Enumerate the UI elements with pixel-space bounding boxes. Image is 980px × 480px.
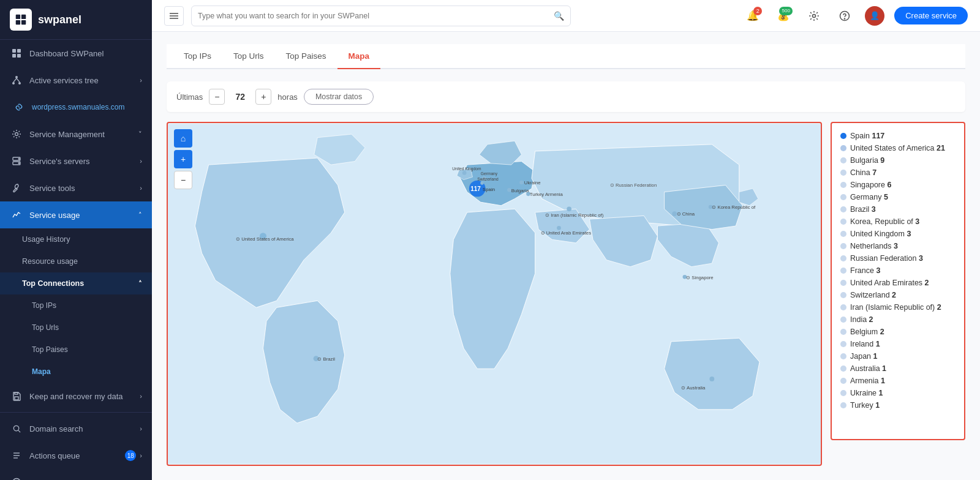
coins-button[interactable]: 💰 500 [773, 6, 794, 26]
map-legend-row: ⌂ + − [167, 122, 965, 466]
notification-badge: 2 [753, 7, 762, 15]
chevron-icon: ˅ [138, 130, 142, 138]
svg-text:Spain: Spain [483, 187, 495, 192]
sidebar-item-dashboard[interactable]: Dashboard SWPanel [0, 40, 152, 67]
filter-unit: horas [277, 92, 298, 102]
tab-top-paises[interactable]: Top Paises [275, 44, 337, 69]
legend-item: United Arab Emirates 2 [840, 279, 956, 287]
filter-label: Últimas [176, 92, 203, 102]
sidebar-item-label: Keep and recover my data [29, 392, 123, 401]
svg-text:⊙ Australia: ⊙ Australia [681, 385, 706, 391]
legend-box: Spain 117United States of America 21Bulg… [831, 122, 965, 440]
map-home-button[interactable]: ⌂ [174, 129, 192, 148]
svg-point-30 [813, 14, 816, 17]
svg-text:Germany: Germany [481, 171, 498, 176]
legend-item: Iran (Islamic Republic of) 2 [840, 303, 956, 312]
sidebar-item-active-services-tree[interactable]: Active services tree › [0, 67, 152, 94]
map-zoom-in-button[interactable]: + [174, 150, 192, 168]
legend-item: Spain 117 [840, 132, 956, 140]
sidebar: swpanel Dashboard SWPanel Active service… [0, 0, 152, 480]
chevron-icon: › [140, 77, 142, 84]
svg-text:⊙ Russian Federation: ⊙ Russian Federation [610, 182, 657, 188]
sidebar-item-domain[interactable]: wordpress.swmanuales.com [0, 94, 152, 121]
search-icon: 🔍 [554, 11, 564, 21]
sidebar-item-top-urls[interactable]: Top Urls [0, 317, 152, 339]
svg-rect-19 [15, 392, 18, 394]
svg-point-9 [12, 82, 15, 84]
search-bar[interactable]: 🔍 [191, 6, 571, 26]
sidebar-item-service-management[interactable]: Service Management ˅ [0, 121, 152, 148]
sidebar-item-service-usage[interactable]: Service usage ˄ [0, 201, 152, 228]
sidebar-item-label: Active services tree [29, 76, 99, 85]
sidebar-item-label: Top IPs [32, 301, 56, 310]
svg-text:United Kingdom: United Kingdom [452, 167, 481, 171]
tab-top-ips[interactable]: Top IPs [173, 44, 222, 69]
svg-text:⊙ Korea Republic of: ⊙ Korea Republic of [712, 204, 756, 210]
tab-top-urls[interactable]: Top Urls [222, 44, 275, 69]
avatar[interactable]: 👤 [865, 6, 884, 26]
legend-items: Spain 117United States of America 21Bulg… [840, 132, 956, 410]
sidebar-item-mapa[interactable]: Mapa [0, 361, 152, 383]
settings-icon [10, 127, 23, 141]
svg-text:⊙ United Arab Emirates: ⊙ United Arab Emirates [541, 230, 592, 236]
map-container: ⌂ + − [167, 122, 822, 466]
sidebar-item-top-ips[interactable]: Top IPs [0, 294, 152, 317]
svg-point-42 [462, 171, 467, 175]
sidebar-toggle-button[interactable] [164, 6, 184, 26]
filter-increment-button[interactable]: + [255, 89, 271, 105]
sidebar-item-top-connections[interactable]: Top Connections ˄ [0, 272, 152, 294]
sidebar-item-top-paises[interactable]: Top Paises [0, 339, 152, 361]
chevron-icon: › [140, 392, 142, 400]
create-service-button[interactable]: Create service [894, 7, 968, 24]
legend-item: United Kingdom 3 [840, 230, 956, 238]
legend-item: Japan 1 [840, 352, 956, 361]
svg-text:Turkey Armenia: Turkey Armenia [530, 192, 564, 197]
svg-rect-3 [21, 20, 26, 24]
sidebar-item-services-servers[interactable]: Service's servers › [0, 148, 152, 174]
svg-text:⊙ China: ⊙ China [677, 211, 695, 217]
sidebar-item-label: Service tools [29, 184, 75, 193]
svg-point-13 [15, 133, 18, 136]
svg-rect-1 [21, 15, 26, 19]
chevron-icon: › [140, 184, 142, 192]
sidebar-item-label: Top Urls [32, 323, 59, 332]
svg-rect-0 [16, 15, 20, 19]
svg-line-21 [18, 430, 20, 432]
actions-badge: 18 [125, 450, 136, 461]
search-input[interactable] [198, 12, 554, 20]
map-zoom-out-button[interactable]: − [174, 171, 192, 189]
svg-point-52 [567, 206, 571, 211]
tab-mapa[interactable]: Mapa [337, 44, 381, 69]
sidebar-item-label: Resource usage [22, 257, 78, 266]
svg-rect-5 [17, 49, 21, 53]
svg-point-46 [480, 181, 484, 185]
sidebar-item-domain-search[interactable]: Domain search › [0, 415, 152, 442]
svg-rect-4 [12, 49, 16, 53]
svg-text:Switzerland: Switzerland [477, 177, 499, 181]
world-map: 117 Spain ⊙ United States of America ⊙ R… [168, 123, 821, 465]
help-button[interactable] [834, 6, 855, 26]
legend-item: Turkey 1 [840, 401, 956, 410]
chevron-icon: ˄ [138, 280, 142, 288]
show-data-button[interactable]: Mostrar datos [304, 89, 374, 105]
sidebar-item-label: Service's servers [29, 157, 90, 166]
content-area: Top IPs Top Urls Top Paises Mapa Últimas… [152, 32, 980, 480]
sidebar-item-service-tools[interactable]: Service tools › [0, 174, 152, 201]
sidebar-item-usage-history[interactable]: Usage History [0, 228, 152, 250]
sidebar-item-resource-usage[interactable]: Resource usage [0, 250, 152, 272]
logo-text: swpanel [38, 13, 81, 26]
search-icon [10, 422, 23, 435]
legend-item: Australia 1 [840, 364, 956, 373]
filter-decrement-button[interactable]: − [209, 89, 225, 105]
sidebar-item-actions-queue[interactable]: Actions queue 18 › [0, 442, 152, 469]
tools-icon [10, 181, 23, 195]
sidebar-item-keep-recover[interactable]: Keep and recover my data › [0, 383, 152, 410]
notifications-button[interactable]: 🔔 2 [742, 6, 763, 26]
settings-button[interactable] [804, 6, 824, 26]
svg-text:⊙ Brazil: ⊙ Brazil [317, 356, 335, 362]
sidebar-item-label: Usage History [22, 235, 70, 244]
legend-item: Russian Federation 3 [840, 254, 956, 263]
svg-line-11 [13, 78, 17, 82]
sidebar-item-quick-help[interactable]: Quick Help › [0, 469, 152, 480]
svg-text:117: 117 [470, 186, 481, 192]
